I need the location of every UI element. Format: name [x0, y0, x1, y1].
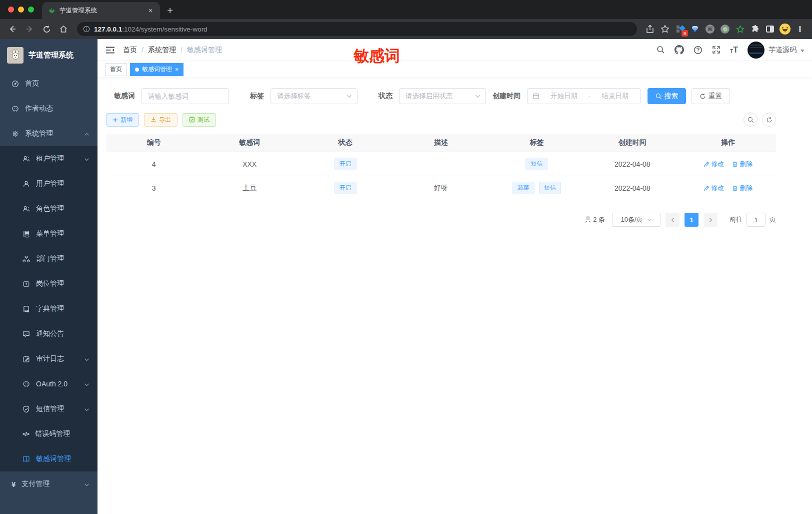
back-icon[interactable] — [5, 22, 20, 37]
sidebar-item-label: 部门管理 — [36, 254, 64, 263]
close-window-button[interactable] — [8, 7, 14, 13]
sidebar-item-oauth[interactable]: OAuth 2.0 — [0, 371, 98, 396]
fullscreen-icon[interactable] — [712, 46, 720, 54]
sidebar-item-sensitive-words[interactable]: 敏感词管理 — [0, 446, 98, 471]
page-size-select[interactable]: 10条/页 — [612, 213, 660, 227]
app-logo-row[interactable]: 芋道管理系统 — [0, 39, 98, 71]
gem-extension-icon[interactable] — [688, 22, 702, 36]
sidebar-item-payment[interactable]: ¥ 支付管理 — [0, 471, 98, 496]
extensions-puzzle-icon[interactable] — [748, 22, 762, 36]
column-header: 状态 — [298, 138, 393, 147]
sidebar-item-dictionary[interactable]: 字典管理 — [0, 296, 98, 321]
tampermonkey-extension-icon[interactable]: 9 — [673, 22, 687, 36]
tab-sensitive-words[interactable]: 敏感词管理 × — [130, 63, 184, 76]
code-icon: </> — [22, 431, 29, 437]
tab-close-icon[interactable]: × — [146, 6, 155, 15]
reset-button[interactable]: 重置 — [692, 88, 730, 104]
tab-home[interactable]: 首页 — [105, 63, 127, 76]
sidebar-item-author-news[interactable]: 作者动态 — [0, 96, 98, 121]
sidebar-item-label: 系统管理 — [25, 129, 53, 138]
refresh-icon — [700, 93, 706, 100]
page-number-button[interactable]: 1 — [684, 213, 698, 227]
sidebar-item-audit-log[interactable]: 审计日志 — [0, 346, 98, 371]
refresh-table-button[interactable] — [762, 113, 776, 127]
search-icon — [748, 117, 754, 123]
sms-shield-icon — [22, 405, 30, 413]
column-header: 创建时间 — [584, 138, 680, 147]
new-tab-button[interactable]: + — [163, 4, 177, 18]
export-button[interactable]: 导出 — [144, 113, 178, 127]
breadcrumb-home[interactable]: 首页 — [123, 46, 137, 55]
sidebar-item-error-codes[interactable]: </> 错误码管理 — [0, 421, 98, 446]
user-menu[interactable]: 芋道源码 — [748, 42, 804, 59]
delete-button[interactable]: 删除 — [732, 160, 752, 169]
test-button[interactable]: 测试 — [182, 113, 216, 127]
reload-icon[interactable] — [39, 22, 54, 37]
bookmark-star-icon[interactable] — [658, 22, 672, 36]
sidebar-item-sms[interactable]: 短信管理 — [0, 396, 98, 421]
browser-tab[interactable]: 芋道管理系统 × — [42, 2, 160, 19]
sidebar-item-announcements[interactable]: 通知公告 — [0, 321, 98, 346]
sidebar-item-label: 敏感词管理 — [36, 454, 71, 463]
status-select[interactable]: 请选择启用状态 — [399, 88, 486, 104]
site-info-icon[interactable] — [83, 26, 90, 33]
sidebar-item-label: OAuth 2.0 — [36, 380, 68, 388]
search-button[interactable]: 搜索 — [648, 88, 686, 104]
sidebar-item-system[interactable]: 系统管理 — [0, 121, 98, 146]
sidebar-collapse-icon[interactable] — [105, 45, 115, 55]
prev-page-button[interactable] — [666, 213, 680, 227]
side-panel-icon[interactable] — [763, 22, 777, 36]
help-icon[interactable] — [694, 46, 702, 55]
command-extension-icon[interactable]: ⌘ — [703, 22, 717, 36]
edit-button[interactable]: 修改 — [704, 160, 724, 169]
edit-button-label: 修改 — [711, 184, 724, 193]
app-logo-rabbit-image — [7, 47, 24, 64]
breadcrumb-parent[interactable]: 系统管理 — [148, 46, 176, 55]
sidebar-item-roles[interactable]: 角色管理 — [0, 196, 98, 221]
chevron-down-icon — [84, 155, 90, 163]
roles-icon — [22, 205, 30, 213]
active-tab-dot — [135, 68, 139, 72]
sidebar-item-posts[interactable]: 岗位管理 — [0, 271, 98, 296]
browser-menu-icon[interactable]: ••• — [793, 22, 807, 36]
add-button[interactable]: 新增 — [106, 113, 139, 127]
goto-page-input[interactable] — [746, 213, 766, 227]
delete-button[interactable]: 删除 — [732, 184, 752, 193]
address-bar[interactable]: 127.0.0.1:1024/system/sensitive-word — [77, 22, 637, 36]
chevron-down-icon — [475, 95, 480, 98]
home-icon[interactable] — [56, 22, 71, 37]
chevron-down-icon — [84, 380, 90, 388]
recorder-extension-icon[interactable] — [718, 22, 732, 36]
star-extension-icon[interactable] — [733, 22, 747, 36]
pagination-total: 共 2 条 — [585, 215, 605, 224]
tab-title: 芋道管理系统 — [60, 7, 142, 15]
profile-avatar-icon[interactable] — [778, 22, 792, 36]
extension-badge: 9 — [682, 30, 688, 37]
sidebar-item-label: 审计日志 — [36, 354, 64, 363]
tag-badge: 短信 — [526, 158, 548, 170]
tag-select[interactable]: 请选择标签 — [270, 88, 358, 104]
sidebar-item-departments[interactable]: 部门管理 — [0, 246, 98, 271]
search-icon[interactable] — [656, 46, 665, 54]
window-controls[interactable] — [8, 7, 34, 13]
chevron-down-icon — [647, 218, 652, 222]
keyword-input[interactable] — [142, 88, 229, 104]
sidebar-item-tenant[interactable]: 租户管理 — [0, 146, 98, 171]
forward-icon[interactable] — [22, 22, 37, 37]
next-page-button[interactable] — [704, 213, 718, 227]
sensitive-words-table: 编号 敏感词 状态 描述 标签 创建时间 操作 4 XXX 开启 短信 2022… — [106, 134, 776, 200]
github-icon[interactable] — [674, 45, 684, 55]
tab-label: 敏感词管理 — [142, 65, 172, 74]
date-range-picker[interactable]: 开始日期 - 结束日期 — [527, 88, 641, 104]
share-icon[interactable] — [643, 22, 657, 36]
chevron-down-icon — [84, 480, 90, 488]
minimize-window-button[interactable] — [18, 7, 24, 13]
tab-close-icon[interactable]: × — [175, 66, 178, 73]
font-size-icon[interactable]: TT — [730, 46, 738, 54]
zoom-window-button[interactable] — [28, 7, 34, 13]
sidebar-item-users[interactable]: 用户管理 — [0, 171, 98, 196]
edit-button[interactable]: 修改 — [704, 184, 724, 193]
sidebar-item-home[interactable]: 首页 — [0, 71, 98, 96]
sidebar-item-menus[interactable]: 菜单管理 — [0, 221, 98, 246]
show-search-toggle-button[interactable] — [744, 113, 758, 127]
